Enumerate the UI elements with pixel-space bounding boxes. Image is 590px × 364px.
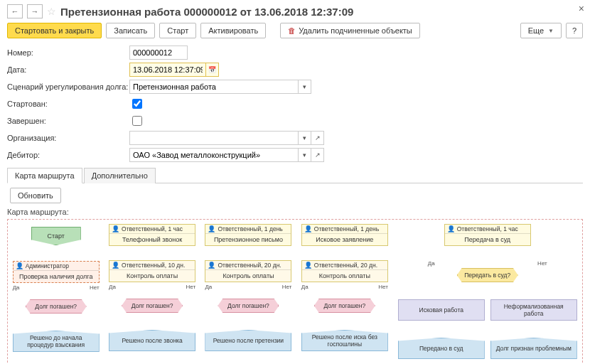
org-dropdown-icon[interactable]: ▾ <box>299 131 311 145</box>
debtor-dropdown-icon[interactable]: ▾ <box>299 148 311 162</box>
more-button[interactable]: Еще▼ <box>520 23 562 38</box>
node-repaid-0[interactable]: Долг погашен? <box>26 299 87 314</box>
activate-button[interactable]: Активировать <box>200 23 266 38</box>
help-button[interactable]: ? <box>566 23 583 38</box>
scenario-dropdown-icon[interactable]: ▾ <box>299 80 311 94</box>
route-map-canvas: Старт 👤Администратор Проверка наличия до… <box>7 219 583 364</box>
node-repaid-2[interactable]: Долг погашен? <box>218 299 279 313</box>
person-icon: 👤 <box>447 225 455 232</box>
person-icon: 👤 <box>208 225 215 232</box>
date-field[interactable] <box>129 63 206 77</box>
debtor-field[interactable] <box>129 148 299 162</box>
person-icon: 👤 <box>208 262 215 269</box>
date-label: Дата: <box>7 65 129 74</box>
node-end-4[interactable]: Передано в суд <box>398 338 485 359</box>
org-label: Организация: <box>7 134 129 142</box>
started-label: Стартован: <box>7 100 129 108</box>
node-ctrl-2[interactable]: 👤Ответственный, 20 дн. Контроль оплаты <box>205 260 291 282</box>
number-label: Номер: <box>7 48 129 57</box>
scenario-field[interactable] <box>129 80 299 94</box>
tab-extra[interactable]: Дополнительно <box>84 168 156 183</box>
node-call[interactable]: 👤Ответственный, 1 час Телефонный звонок <box>109 224 195 246</box>
debtor-label: Дебитор: <box>7 151 129 159</box>
node-to-court-q[interactable]: Передать в суд? <box>457 268 518 282</box>
lane-claim: 👤Ответственный, 1 день Исковое заявление… <box>301 224 388 364</box>
nav-forward-button[interactable]: → <box>27 4 43 18</box>
node-end-2[interactable]: Решено после претензии <box>205 330 291 351</box>
scenario-label: Сценарий урегулирования долга: <box>7 82 129 91</box>
node-ctrl-3[interactable]: 👤Ответственный, 20 дн. Контроль оплаты <box>301 260 388 282</box>
chevron-down-icon: ▼ <box>548 28 554 34</box>
start-button[interactable]: Старт <box>159 23 196 38</box>
node-repaid-3[interactable]: Долг погашен? <box>314 299 375 313</box>
delete-icon: 🗑 <box>288 26 296 35</box>
node-repaid-1[interactable]: Долг погашен? <box>122 299 183 313</box>
person-icon: 👤 <box>304 225 312 232</box>
nav-back-button[interactable]: ← <box>7 4 23 18</box>
node-letter[interactable]: 👤Ответственный, 1 день Претензионное пис… <box>205 224 291 246</box>
node-end-1[interactable]: Решено после звонка <box>109 330 195 351</box>
lane-letter: 👤Ответственный, 1 день Претензионное пис… <box>205 224 292 364</box>
person-icon: 👤 <box>112 225 119 232</box>
org-field[interactable] <box>129 131 299 145</box>
lane-start: Старт 👤Администратор Проверка наличия до… <box>12 224 100 364</box>
window-title: Претензионная работа 000000012 от 13.06.… <box>60 6 353 18</box>
map-section-label: Карта маршрута: <box>7 208 583 216</box>
node-end-5[interactable]: Долг признан проблемным <box>490 338 577 359</box>
finished-label: Завершен: <box>7 117 129 125</box>
node-lawsuit-work[interactable]: Исковая работа <box>398 299 485 321</box>
started-checkbox[interactable] <box>132 99 142 109</box>
node-court[interactable]: 👤Ответственный, 1 час Передача в суд <box>444 224 531 246</box>
number-field[interactable] <box>129 46 188 60</box>
favorite-star-icon[interactable]: ☆ <box>47 6 56 17</box>
node-end-0[interactable]: Решено до начала процедур взыскания <box>13 331 100 352</box>
refresh-button[interactable]: Обновить <box>10 188 61 203</box>
finished-checkbox[interactable] <box>132 116 142 126</box>
person-icon: 👤 <box>16 262 23 269</box>
debtor-open-icon[interactable]: ↗ <box>311 148 324 162</box>
node-informal-work[interactable]: Неформализованная работа <box>490 299 577 321</box>
lane-call: 👤Ответственный, 1 час Телефонный звонок … <box>108 224 195 364</box>
node-admin-check[interactable]: 👤Администратор Проверка наличия долга <box>13 261 100 283</box>
person-icon: 👤 <box>112 262 119 269</box>
write-button[interactable]: Записать <box>106 23 155 38</box>
org-open-icon[interactable]: ↗ <box>311 131 324 145</box>
node-claim[interactable]: 👤Ответственный, 1 день Исковое заявление <box>301 224 388 246</box>
close-icon[interactable]: × <box>579 3 584 14</box>
tab-route-map[interactable]: Карта маршрута <box>7 168 82 183</box>
node-ctrl-1[interactable]: 👤Ответственный, 10 дн. Контроль оплаты <box>109 260 195 282</box>
delete-subordinates-button[interactable]: 🗑 Удалить подчиненные объекты <box>280 23 420 38</box>
lane-court: 👤Ответственный, 1 час Передача в суд ДаН… <box>397 224 578 364</box>
node-start[interactable]: Старт <box>31 227 81 245</box>
start-close-button[interactable]: Стартовать и закрыть <box>7 23 102 38</box>
calendar-icon[interactable]: 📅 <box>206 63 219 77</box>
person-icon: 👤 <box>304 262 312 269</box>
node-end-3[interactable]: Решено после иска без госпошлины <box>301 330 388 351</box>
